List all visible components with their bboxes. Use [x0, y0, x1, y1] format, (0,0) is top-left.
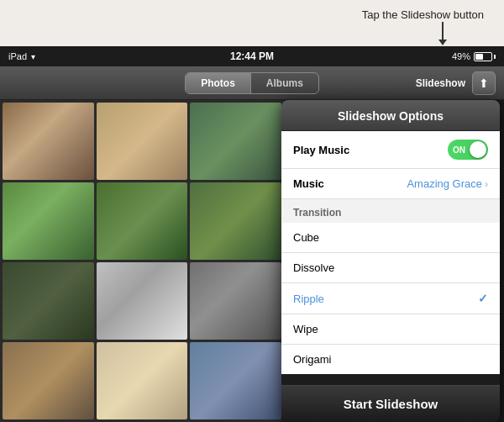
photo-thumb[interactable] — [190, 342, 281, 419]
time-display: 12:44 PM — [230, 50, 274, 62]
photo-thumb[interactable] — [97, 103, 188, 180]
transition-wipe[interactable]: Wipe — [281, 314, 500, 345]
annotation-area: Tap the Slideshow button — [0, 0, 504, 46]
photo-thumb[interactable] — [3, 262, 94, 340]
annotation-arrow — [442, 22, 444, 40]
panel-header: Slideshow Options — [281, 100, 500, 131]
photo-thumb[interactable] — [97, 262, 188, 340]
wifi-icon: ▾ — [31, 52, 35, 61]
battery-bar — [474, 52, 496, 61]
photo-thumb[interactable] — [3, 182, 94, 260]
nav-tabs: Photos Albums — [185, 72, 319, 94]
slideshow-panel: Slideshow Options Play Music ON Music Am… — [281, 100, 500, 422]
toggle-on-label: ON — [453, 145, 465, 155]
transition-dissolve[interactable]: Dissolve — [281, 253, 500, 283]
transition-wipe-label: Wipe — [293, 323, 318, 335]
battery-fill — [475, 54, 483, 60]
transition-dissolve-label: Dissolve — [293, 261, 334, 274]
nav-right: Slideshow ⬆ — [416, 71, 496, 95]
checkmark-icon: ✓ — [478, 292, 488, 305]
device-label: iPad — [8, 51, 27, 61]
battery-tip — [494, 55, 496, 59]
photos-grid — [0, 100, 284, 422]
tab-albums[interactable]: Albums — [250, 73, 318, 93]
photo-thumb[interactable] — [97, 182, 188, 260]
photo-thumb[interactable] — [190, 262, 281, 340]
chevron-right-icon: › — [485, 178, 488, 190]
transition-header-label: Transition — [293, 207, 341, 219]
share-button[interactable]: ⬆ — [472, 71, 496, 95]
photo-thumb[interactable] — [3, 342, 94, 419]
start-slideshow-button[interactable]: Start Slideshow — [281, 385, 500, 422]
nav-bar: Photos Albums Slideshow ⬆ — [0, 66, 504, 100]
music-row[interactable]: Music Amazing Grace › — [281, 169, 500, 199]
music-value: Amazing Grace — [407, 177, 482, 190]
transition-ripple-label: Ripple — [293, 293, 324, 305]
tab-photos[interactable]: Photos — [186, 73, 250, 93]
battery-outline — [474, 52, 492, 61]
play-music-toggle[interactable]: ON — [448, 140, 488, 160]
photo-thumb[interactable] — [190, 103, 281, 180]
transition-cube-label: Cube — [293, 231, 319, 244]
share-icon: ⬆ — [479, 76, 489, 90]
battery-percent: 49% — [452, 51, 470, 61]
panel-body: Play Music ON Music Amazing Grace › Tran… — [281, 131, 500, 374]
play-music-row: Play Music ON — [281, 131, 500, 169]
photo-thumb[interactable] — [97, 342, 188, 419]
transition-section-header: Transition — [281, 199, 500, 223]
photo-thumb[interactable] — [3, 103, 94, 180]
transition-origami-label: Origami — [293, 353, 332, 366]
transition-cube[interactable]: Cube — [281, 223, 500, 253]
annotation-text: Tap the Slideshow button — [362, 5, 484, 21]
slideshow-nav-button[interactable]: Slideshow — [416, 77, 465, 89]
transition-ripple[interactable]: Ripple ✓ — [281, 283, 500, 314]
status-right: 49% — [452, 51, 496, 61]
panel-title: Slideshow Options — [338, 109, 444, 123]
transition-origami[interactable]: Origami — [281, 345, 500, 374]
music-value-container: Amazing Grace › — [407, 177, 488, 190]
toggle-knob — [470, 141, 486, 158]
photo-thumb[interactable] — [190, 182, 281, 260]
status-left: iPad ▾ — [8, 51, 35, 61]
music-label: Music — [293, 177, 324, 190]
status-bar: iPad ▾ 12:44 PM 49% — [0, 46, 504, 66]
play-music-label: Play Music — [293, 144, 349, 156]
